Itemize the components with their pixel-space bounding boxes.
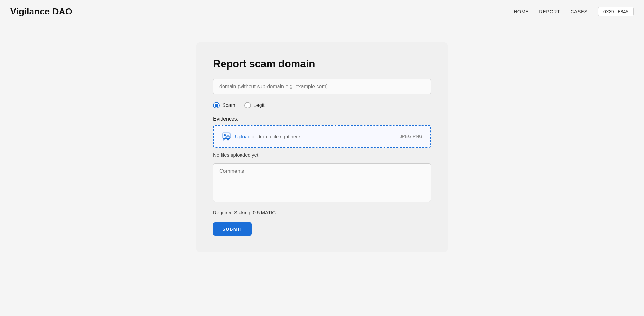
category-radio-group: Scam Legit — [213, 102, 431, 108]
corner-dot: . — [3, 48, 4, 52]
no-files-text: No files uploaded yet — [213, 152, 431, 158]
submit-button[interactable]: SUBMIT — [213, 222, 252, 236]
report-form-card: Report scam domain Scam Legit Evidences: — [196, 42, 448, 252]
comments-textarea[interactable] — [213, 163, 431, 202]
wallet-button[interactable]: 0X39...E845 — [598, 7, 634, 16]
scam-radio-label: Scam — [222, 102, 235, 108]
legit-radio-label: Legit — [253, 102, 265, 108]
upload-or-drop-text: or drop a file right here — [251, 134, 300, 139]
evidences-label: Evidences: — [213, 116, 431, 122]
scam-radio-circle[interactable] — [213, 102, 220, 108]
nav-report[interactable]: REPORT — [539, 9, 560, 14]
file-drop-zone[interactable]: Upload or drop a file right here JPEG,PN… — [213, 125, 431, 148]
domain-input[interactable] — [213, 79, 431, 94]
upload-link[interactable]: Upload — [235, 134, 251, 139]
upload-text: Upload or drop a file right here — [235, 134, 300, 139]
app-title: Vigilance DAO — [10, 6, 72, 17]
scam-radio-option[interactable]: Scam — [213, 102, 235, 108]
nav-cases[interactable]: CASES — [571, 9, 588, 14]
legit-radio-circle[interactable] — [244, 102, 251, 108]
upload-icon — [222, 132, 231, 141]
main-nav: HOME REPORT CASES 0X39...E845 — [514, 7, 634, 16]
file-types-label: JPEG,PNG — [400, 134, 422, 139]
staking-text: Required Staking: 0.5 MATIC — [213, 210, 431, 215]
svg-point-1 — [224, 135, 226, 136]
drop-zone-left: Upload or drop a file right here — [222, 132, 300, 141]
form-title: Report scam domain — [213, 58, 431, 70]
legit-radio-option[interactable]: Legit — [244, 102, 265, 108]
main-content: Report scam domain Scam Legit Evidences: — [0, 23, 644, 272]
nav-home[interactable]: HOME — [514, 9, 529, 14]
main-header: Vigilance DAO HOME REPORT CASES 0X39...E… — [0, 0, 644, 23]
